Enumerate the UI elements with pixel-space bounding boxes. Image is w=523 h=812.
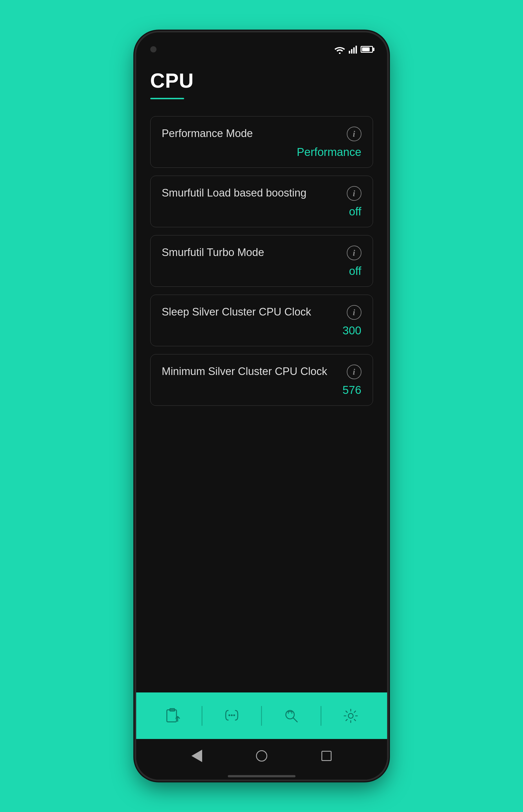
home-bar	[228, 775, 295, 777]
svg-rect-4	[356, 46, 357, 54]
svg-rect-2	[351, 49, 353, 54]
info-icon-smurfutil-load[interactable]: i	[347, 186, 361, 201]
search-scan-icon[interactable]	[282, 707, 300, 725]
nav-separator-2	[261, 706, 262, 726]
status-bar	[136, 32, 387, 60]
camera-dot	[150, 46, 157, 52]
setting-label: Smurfutil Load based boosting	[162, 186, 347, 200]
system-nav	[136, 739, 387, 773]
battery-fill	[362, 47, 369, 51]
home-bar-area	[136, 773, 387, 780]
back-icon	[192, 750, 202, 762]
bottom-nav	[136, 692, 387, 739]
home-button[interactable]	[255, 749, 269, 763]
settings-list: Performance Mode i Performance Smurfutil…	[150, 116, 373, 692]
camera-area	[150, 46, 157, 52]
setting-header: Minimum Silver Cluster CPU Clock i	[162, 364, 361, 379]
setting-value: off	[162, 205, 361, 218]
recent-icon	[321, 751, 331, 761]
setting-item-smurfutil-turbo[interactable]: Smurfutil Turbo Mode i off	[150, 235, 373, 287]
setting-value: off	[162, 265, 361, 277]
setting-value: Performance	[162, 146, 361, 159]
info-icon-sleep-silver-clock[interactable]: i	[347, 305, 361, 320]
setting-value: 300	[162, 324, 361, 337]
phone-screen: CPU Performance Mode i Performance	[136, 32, 387, 780]
wifi-icon	[334, 45, 345, 54]
setting-label: Sleep Silver Cluster CPU Clock	[162, 305, 347, 319]
status-icons	[334, 45, 373, 54]
svg-rect-5	[167, 710, 176, 722]
svg-point-8	[228, 714, 230, 716]
svg-rect-1	[349, 51, 350, 54]
setting-item-min-silver-clock[interactable]: Minimum Silver Cluster CPU Clock i 576	[150, 354, 373, 406]
svg-point-7	[231, 714, 233, 716]
home-icon	[256, 750, 267, 761]
setting-header: Smurfutil Turbo Mode i	[162, 246, 361, 260]
setting-header: Performance Mode i	[162, 127, 361, 141]
info-icon-smurfutil-turbo[interactable]: i	[347, 246, 361, 260]
setting-label: Performance Mode	[162, 127, 347, 140]
setting-item-performance-mode[interactable]: Performance Mode i Performance	[150, 116, 373, 168]
setting-value: 576	[162, 384, 361, 396]
gear-icon[interactable]	[342, 707, 360, 725]
recent-button[interactable]	[320, 749, 333, 763]
page-title: CPU	[150, 69, 373, 92]
code-braces-icon[interactable]	[223, 707, 241, 725]
setting-header: Sleep Silver Cluster CPU Clock i	[162, 305, 361, 320]
svg-point-0	[339, 52, 341, 54]
setting-item-smurfutil-load[interactable]: Smurfutil Load based boosting i off	[150, 176, 373, 227]
setting-item-sleep-silver-clock[interactable]: Sleep Silver Cluster CPU Clock i 300	[150, 295, 373, 346]
nav-separator-3	[321, 706, 321, 726]
setting-header: Smurfutil Load based boosting i	[162, 186, 361, 201]
back-button[interactable]	[190, 749, 204, 763]
main-content: CPU Performance Mode i Performance	[136, 60, 387, 692]
svg-point-11	[348, 713, 353, 718]
nav-separator-1	[202, 706, 202, 726]
svg-rect-3	[353, 47, 355, 54]
signal-icon	[349, 45, 357, 54]
setting-label: Minimum Silver Cluster CPU Clock	[162, 364, 347, 378]
clipboard-icon[interactable]	[163, 707, 181, 725]
setting-label: Smurfutil Turbo Mode	[162, 246, 347, 259]
battery-icon	[361, 46, 373, 53]
phone-device: CPU Performance Mode i Performance	[136, 32, 387, 780]
info-icon-performance-mode[interactable]: i	[347, 127, 361, 141]
info-icon-min-silver-clock[interactable]: i	[347, 364, 361, 379]
title-underline	[150, 98, 184, 99]
svg-point-9	[233, 714, 235, 716]
